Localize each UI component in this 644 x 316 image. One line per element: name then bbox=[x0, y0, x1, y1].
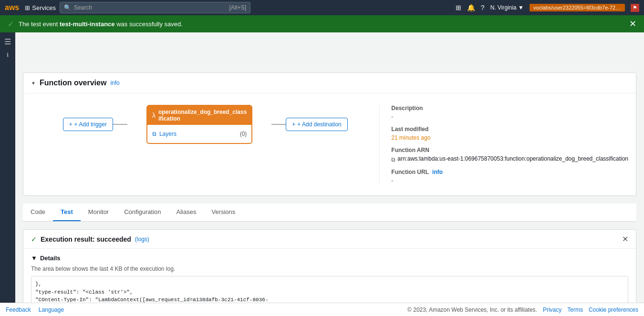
top-navigation: aws ⊞ Services 🔍 Search [Alt+S] ⊞ 🔔 ? N.… bbox=[0, 0, 644, 15]
footer: Feedback Language © 2023, Amazon Web Ser… bbox=[0, 303, 644, 316]
execution-title: Execution result: succeeded bbox=[41, 235, 131, 243]
function-box-header: λ operationalize_dog_breed_classificatio… bbox=[147, 106, 251, 125]
bell-icon[interactable]: 🔔 bbox=[467, 4, 475, 11]
region-selector[interactable]: N. Virginia ▼ bbox=[490, 4, 524, 11]
success-icon: ✓ bbox=[8, 20, 14, 29]
section-title: Function overview bbox=[40, 79, 106, 87]
details-row[interactable]: ▼ Details bbox=[31, 255, 628, 262]
function-box-body: ⧉ Layers (0) bbox=[147, 125, 251, 143]
help-icon[interactable]: ? bbox=[481, 4, 485, 11]
global-search[interactable]: 🔍 Search [Alt+S] bbox=[60, 2, 250, 13]
last-modified-label: Last modified bbox=[391, 126, 628, 133]
details-label: Details bbox=[40, 255, 61, 262]
privacy-link[interactable]: Privacy bbox=[543, 306, 561, 313]
info-side-icon[interactable]: ℹ bbox=[7, 52, 9, 58]
layers-icon: ⧉ bbox=[152, 131, 156, 137]
execution-header: ✓ Execution result: succeeded (logs) ✕ bbox=[23, 230, 636, 249]
description-label: Description bbox=[391, 105, 628, 112]
function-url-value: - bbox=[391, 177, 628, 184]
banner-text: The test event test-multi-instance was s… bbox=[19, 20, 183, 28]
function-box: λ operationalize_dog_breed_classificatio… bbox=[146, 105, 252, 144]
function-arn-row: ⧉ arn:aws:lambda:us-east-1:069675870053:… bbox=[391, 155, 628, 163]
apps-icon[interactable]: ⊞ bbox=[456, 4, 461, 11]
function-name: operationalize_dog_breed_classification bbox=[158, 109, 247, 122]
user-account[interactable]: voclabs/user2322055=6f3cdb7e-7250-11ea-9… bbox=[530, 4, 625, 11]
footer-right: © 2023, Amazon Web Services, Inc. or its… bbox=[407, 306, 638, 313]
main-content: ▼ Function overview info + + Add trigger… bbox=[15, 65, 644, 316]
function-overview-card: ▼ Function overview info + + Add trigger… bbox=[23, 72, 636, 196]
add-trigger-button[interactable]: + + Add trigger bbox=[63, 118, 113, 131]
function-arn-label: Function ARN bbox=[391, 147, 628, 153]
section-header: ▼ Function overview info bbox=[23, 73, 636, 93]
search-icon: 🔍 bbox=[64, 4, 71, 11]
function-arn-value: arn:aws:lambda:us-east-1:069675870053:fu… bbox=[397, 155, 628, 162]
copy-icon[interactable]: ⧉ bbox=[391, 156, 395, 163]
diagram-area: + + Add trigger λ operationalize_dog_bre… bbox=[31, 105, 379, 144]
section-info-link[interactable]: info bbox=[110, 80, 119, 86]
tab-versions[interactable]: Versions bbox=[204, 204, 243, 221]
tab-test[interactable]: Test bbox=[53, 204, 81, 221]
function-details-panel: Description - Last modified 21 minutes a… bbox=[379, 105, 628, 184]
layers-row[interactable]: ⧉ Layers (0) bbox=[152, 129, 247, 139]
area-note: The area below shows the last 4 KB of th… bbox=[31, 265, 628, 272]
flag-icon[interactable]: ⚑ bbox=[631, 4, 639, 12]
lambda-icon: λ bbox=[152, 112, 156, 119]
aws-logo: aws bbox=[5, 3, 19, 12]
connector-line-left bbox=[113, 124, 127, 125]
nav-right-icons: ⊞ 🔔 ? N. Virginia ▼ voclabs/user2322055=… bbox=[456, 4, 639, 12]
services-menu[interactable]: ⊞ Services bbox=[25, 4, 56, 11]
tab-configuration[interactable]: Configuration bbox=[116, 204, 168, 221]
success-banner: ✓ The test event test-multi-instance was… bbox=[0, 15, 644, 32]
description-value: - bbox=[391, 113, 628, 120]
function-overview-body: + + Add trigger λ operationalize_dog_bre… bbox=[23, 93, 636, 195]
tab-monitor[interactable]: Monitor bbox=[81, 204, 116, 221]
connector-line-right bbox=[271, 124, 286, 125]
function-url-info-link[interactable]: info bbox=[432, 169, 443, 175]
cookie-preferences-link[interactable]: Cookie preferences bbox=[589, 306, 638, 313]
add-destination-button[interactable]: + + Add destination bbox=[286, 118, 347, 131]
plus-icon: + bbox=[69, 121, 73, 128]
tab-aliases[interactable]: Aliases bbox=[169, 204, 204, 221]
terms-link[interactable]: Terms bbox=[567, 306, 583, 313]
feedback-link[interactable]: Feedback bbox=[6, 306, 31, 313]
banner-close-button[interactable]: ✕ bbox=[629, 19, 636, 29]
last-modified-value: 21 minutes ago bbox=[391, 134, 628, 141]
logs-link[interactable]: (logs) bbox=[135, 236, 149, 243]
collapse-icon[interactable]: ▼ bbox=[31, 81, 36, 86]
side-navigation: ☰ ℹ bbox=[0, 32, 15, 316]
language-link[interactable]: Language bbox=[39, 306, 64, 313]
copyright-text: © 2023, Amazon Web Services, Inc. or its… bbox=[407, 306, 537, 313]
grid-icon: ⊞ bbox=[25, 4, 30, 11]
tab-code[interactable]: Code bbox=[23, 204, 53, 221]
execution-close-button[interactable]: ✕ bbox=[622, 234, 628, 244]
hamburger-icon[interactable]: ☰ bbox=[4, 37, 11, 46]
details-chevron: ▼ bbox=[31, 255, 37, 262]
execution-success-icon: ✓ bbox=[31, 235, 37, 243]
function-url-label: Function URL info bbox=[391, 169, 628, 175]
tabs-bar: Code Test Monitor Configuration Aliases … bbox=[23, 204, 636, 222]
plus-dest-icon: + bbox=[292, 121, 295, 128]
